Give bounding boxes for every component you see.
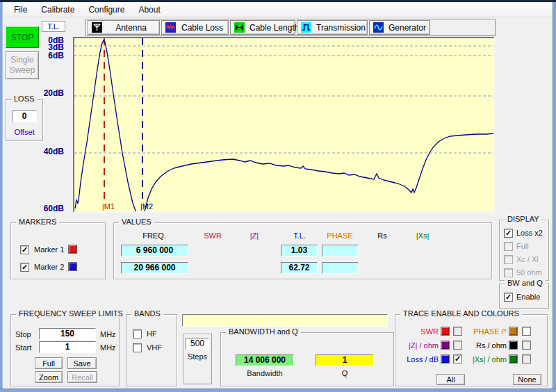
vhf-band-checkbox[interactable] [133, 343, 142, 352]
recall-button[interactable]: Recall [67, 371, 97, 383]
bwq-enable-checkbox[interactable]: ✓ [504, 293, 513, 302]
z-trace-checkbox[interactable] [453, 341, 462, 350]
y-axis-label-60db: 60dB [38, 204, 64, 213]
values-group-title: VALUES [119, 218, 154, 226]
marker2-color-swatch[interactable] [68, 262, 77, 271]
phase-trace-checkbox[interactable] [522, 327, 531, 336]
marker1-checkbox[interactable]: ✓ [20, 245, 29, 254]
start-unit-label: MHz [100, 343, 116, 352]
menu-calibrate[interactable]: Calibrate [34, 3, 81, 16]
z-trace-swatch[interactable] [441, 341, 450, 350]
marker1-color-swatch[interactable] [68, 245, 77, 254]
display-full-checkbox[interactable] [504, 242, 513, 251]
bw-and-q-group: BW and Q ✓ Enable [499, 284, 549, 309]
cable-length-icon [234, 22, 245, 33]
loss-trace-label: Loss / dB [400, 355, 439, 364]
loss-trace-chart: |M1|M2 [74, 38, 493, 211]
bw-and-q-group-title: BW and Q [505, 279, 546, 287]
generator-mode-button[interactable]: Generator [369, 20, 430, 35]
phase-trace-swatch[interactable] [509, 327, 518, 336]
xs-trace-label: |Xs| / ohm [468, 355, 507, 364]
y-axis-label-20db: 20dB [38, 88, 64, 98]
marker1-freq-value: 6 960 000 [121, 245, 188, 256]
marker1-tl-value: 1.03 [281, 245, 318, 256]
menu-bar: File Calibrate Configure About [3, 2, 553, 17]
stop-label: Stop [15, 330, 31, 338]
loss-offset-group: LOSS 0 Offset [6, 99, 43, 141]
z-trace-label: |Z| / ohm [400, 341, 439, 350]
q-value: 1 [316, 354, 374, 366]
y-axis-label-40db: 40dB [38, 147, 64, 156]
bands-group-title: BANDS [131, 309, 163, 318]
save-button[interactable]: Save [67, 357, 97, 369]
display-xcxl-label: Xc / Xl [516, 255, 539, 263]
marker2-label: Marker 2 [34, 263, 64, 271]
steps-label: Steps [183, 352, 211, 361]
column-header-xs: |Xs| [402, 231, 443, 240]
bandwidth-group-title: BANDWIDTH and Q [226, 327, 301, 336]
rs-trace-checkbox[interactable] [522, 341, 531, 350]
column-header-tl: T.L. [279, 231, 320, 240]
hf-band-checkbox[interactable] [133, 329, 142, 338]
trace-enable-group: TRACE ENABLE AND COLOURS SWR PHASE /° |Z… [395, 314, 548, 386]
column-header-freq: FREQ. [126, 231, 182, 240]
svg-text:|M1: |M1 [102, 202, 115, 211]
menu-about[interactable]: About [131, 3, 167, 16]
marker2-freq-value: 20 966 000 [121, 262, 188, 274]
window-border-left [0, 2, 3, 392]
display-lossx2-label: Loss x2 [516, 229, 543, 237]
frequency-sweep-limits-group: FREQUENCY SWEEP LIMITS Stop 150 MHz Star… [10, 314, 120, 386]
loss-trace-checkbox[interactable]: ✓ [453, 354, 462, 364]
marker1-label: Marker 1 [34, 245, 64, 254]
display-lossx2-checkbox[interactable]: ✓ [504, 229, 513, 238]
antenna-icon [91, 22, 103, 33]
loss-trace-swatch[interactable] [441, 354, 450, 364]
loss-group-title: LOSS [11, 95, 37, 103]
xs-trace-checkbox[interactable] [522, 354, 531, 364]
stop-button[interactable]: STOP [6, 26, 39, 48]
none-traces-button[interactable]: None [513, 374, 541, 385]
window-border-right [553, 2, 556, 392]
trace-enable-group-title: TRACE ENABLE AND COLOURS [400, 309, 522, 318]
vhf-band-label: VHF [147, 343, 162, 352]
q-label: Q [316, 369, 374, 377]
marker2-checkbox[interactable]: ✓ [20, 263, 29, 272]
cable-length-mode-button[interactable]: Cable Length [230, 20, 295, 35]
stop-unit-label: MHz [100, 330, 116, 338]
display-50ohm-checkbox[interactable] [504, 268, 513, 277]
hf-band-label: HF [147, 329, 157, 338]
message-bar [182, 314, 388, 327]
bwq-enable-label: Enable [516, 293, 540, 301]
single-sweep-button[interactable]: Single Sweep [6, 51, 39, 79]
xs-trace-swatch[interactable] [509, 354, 518, 364]
values-group: VALUES FREQ. SWR |Z| T.L. PHASE Rs |Xs| … [113, 222, 492, 279]
full-button[interactable]: Full [35, 357, 63, 369]
generator-icon [373, 22, 384, 33]
all-traces-button[interactable]: All [436, 374, 465, 385]
antenna-mode-label: Antenna [104, 23, 158, 33]
sweep-chart-panel[interactable]: |M1|M2 [73, 37, 495, 213]
loss-offset-label: Offset [6, 128, 42, 136]
menu-file[interactable]: File [7, 3, 34, 16]
markers-group: MARKERS ✓ Marker 1 ✓ Marker 2 [10, 222, 106, 279]
start-frequency-input[interactable]: 1 [39, 341, 96, 353]
swr-trace-swatch[interactable] [441, 327, 450, 336]
steps-input[interactable]: 500 [186, 338, 209, 350]
sweep-group-title: FREQUENCY SWEEP LIMITS [16, 309, 126, 318]
display-xcxl-checkbox[interactable] [504, 255, 513, 264]
loss-offset-input[interactable]: 0 [12, 111, 37, 122]
swr-trace-checkbox[interactable] [453, 327, 462, 336]
antenna-mode-button[interactable]: Antenna [88, 20, 160, 35]
transmission-mode-button[interactable]: Transmission [297, 20, 368, 35]
y-axis-label-6db: 6dB [38, 51, 64, 60]
display-50ohm-label: 50 ohm [516, 268, 542, 277]
rs-trace-swatch[interactable] [509, 341, 518, 350]
cable-loss-mode-label: Cable Loss [178, 23, 227, 33]
stop-frequency-input[interactable]: 150 [39, 328, 96, 340]
bandwidth-and-q-group: BANDWIDTH and Q 14 006 000 Bandwidth 1 Q [220, 332, 394, 386]
generator-mode-label: Generator [386, 23, 429, 33]
menu-configure[interactable]: Configure [81, 3, 131, 16]
zoom-button[interactable]: Zoom [35, 371, 63, 383]
column-header-swr: SWR [192, 231, 234, 240]
cable-loss-mode-button[interactable]: Cable Loss [161, 20, 229, 35]
